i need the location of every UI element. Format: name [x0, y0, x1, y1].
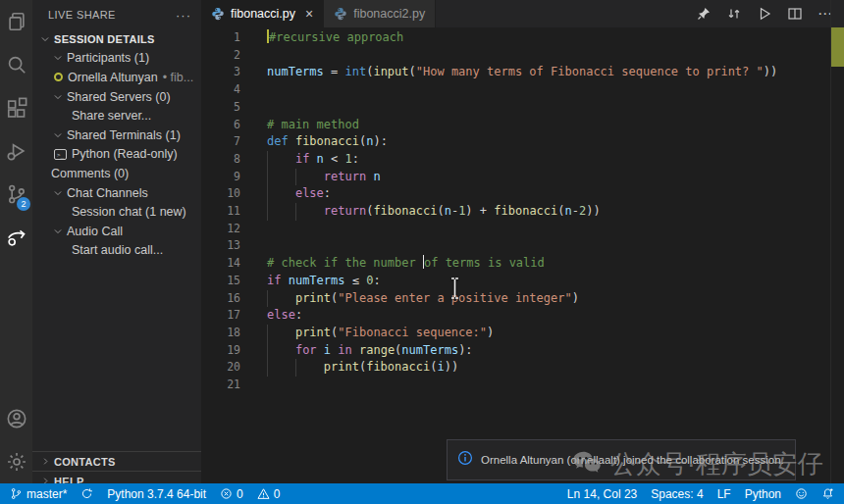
- tree-item-comments-0[interactable]: Comments (0): [32, 164, 201, 183]
- tab-fibonacci.py[interactable]: fibonacci.py×: [201, 0, 324, 27]
- notification-toast[interactable]: Ornella Altunyan (ornellaalt) joined the…: [447, 439, 796, 480]
- session-details-tree: SESSION DETAILSParticipants (1)Ornella A…: [32, 29, 201, 260]
- activity-bar-item-search[interactable]: [0, 43, 32, 86]
- code-line[interactable]: 21: [201, 377, 844, 394]
- code-line[interactable]: 7def fibonacci(n):: [201, 133, 844, 151]
- line-number[interactable]: 2: [201, 47, 240, 65]
- tree-item-share-server[interactable]: Share server...: [32, 106, 201, 126]
- sidebar-section-help[interactable]: HELP: [32, 471, 201, 483]
- line-number[interactable]: 20: [201, 359, 240, 377]
- status-indentation[interactable]: Spaces: 4: [651, 487, 703, 501]
- gear-icon: [6, 451, 27, 473]
- code-line[interactable]: 6# main method: [201, 117, 844, 134]
- status-errors[interactable]: 0: [220, 487, 243, 501]
- line-number[interactable]: 8: [201, 151, 240, 169]
- chevron-down-icon: [38, 32, 52, 46]
- code-editor[interactable]: 1#recursive approach23numTerms = int(inp…: [201, 27, 844, 483]
- line-number[interactable]: 3: [201, 64, 240, 81]
- activity-bar-item-run-and-debug[interactable]: [0, 129, 32, 173]
- search-icon: [6, 54, 27, 76]
- line-number[interactable]: 10: [201, 185, 240, 203]
- close-icon[interactable]: ×: [305, 6, 313, 22]
- code-line[interactable]: 10 else:: [201, 185, 844, 203]
- sidebar-section-contacts[interactable]: CONTACTS: [32, 451, 201, 471]
- tree-item-python-read-only[interactable]: >_Python (Read-only): [32, 145, 201, 165]
- code-line[interactable]: 15if numTerms ≤ 0:: [201, 273, 844, 290]
- status-feedback[interactable]: [795, 487, 808, 500]
- status-python-interpreter[interactable]: Python 3.7.4 64-bit: [107, 487, 206, 501]
- status-language-mode[interactable]: Python: [745, 487, 781, 501]
- tree-item-start-audio-call[interactable]: Start audio call...: [32, 241, 201, 261]
- tree-item-shared-terminals-1[interactable]: Shared Terminals (1): [32, 126, 201, 145]
- changes-icon: [726, 6, 742, 22]
- line-number[interactable]: 16: [201, 290, 240, 308]
- status-git-branch[interactable]: master*: [10, 487, 67, 501]
- sidebar-more-actions-icon[interactable]: ···: [176, 8, 191, 23]
- pin-button[interactable]: [695, 5, 712, 23]
- run-python-file-button[interactable]: [756, 5, 773, 23]
- status-sync[interactable]: [80, 487, 93, 500]
- code-line[interactable]: 1#recursive approach: [201, 29, 844, 47]
- activity-bar-item-source-control[interactable]: 2: [0, 173, 32, 216]
- scm-badge: 2: [17, 197, 30, 211]
- code-line[interactable]: 2: [201, 47, 844, 65]
- activity-bar-item-accounts[interactable]: [0, 397, 32, 440]
- chevron-right-icon: [38, 475, 52, 484]
- code-line[interactable]: 19 for i in range(numTerms):: [201, 342, 844, 360]
- tree-item-ornella-altunyan[interactable]: Ornella Altunyan• fib...: [32, 68, 201, 87]
- status-cursor-position[interactable]: Ln 14, Col 23: [567, 487, 637, 501]
- sync-icon: [80, 487, 93, 500]
- line-number[interactable]: 17: [201, 307, 240, 325]
- line-number[interactable]: 12: [201, 221, 240, 238]
- tree-item-shared-servers-0[interactable]: Shared Servers (0): [32, 87, 201, 107]
- line-number[interactable]: 9: [201, 169, 240, 186]
- tree-item-session-details[interactable]: SESSION DETAILS: [32, 29, 201, 49]
- tab-fibonacci2.py[interactable]: fibonacci2.py: [324, 0, 436, 27]
- code-line[interactable]: 5: [201, 99, 844, 117]
- line-number[interactable]: 21: [201, 377, 240, 394]
- code-line[interactable]: 11 return(fibonacci(n-1) + fibonacci(n-2…: [201, 203, 844, 221]
- line-number[interactable]: 14: [201, 255, 240, 273]
- line-number[interactable]: 5: [201, 99, 240, 117]
- line-number[interactable]: 15: [201, 273, 240, 290]
- code-line[interactable]: 18 print("Fibonacci sequence:"): [201, 325, 844, 342]
- line-number[interactable]: 6: [201, 117, 240, 134]
- code-line[interactable]: 8 if n < 1:: [201, 151, 844, 169]
- code-line[interactable]: 14# check if the number of terms is vali…: [201, 255, 844, 273]
- code-line[interactable]: 20 print(fibonacci(i)): [201, 359, 844, 377]
- line-number[interactable]: 4: [201, 81, 240, 99]
- line-number[interactable]: 19: [201, 342, 240, 360]
- line-number[interactable]: 7: [201, 133, 240, 151]
- line-number[interactable]: 1: [201, 29, 240, 47]
- tree-item-participants-1[interactable]: Participants (1): [32, 49, 201, 69]
- chevron-down-icon: [51, 51, 65, 65]
- activity-bar-item-explorer[interactable]: [0, 0, 32, 43]
- code-line[interactable]: 17else:: [201, 307, 844, 325]
- activity-bar-item-live-share[interactable]: [0, 216, 32, 259]
- tree-item-audio-call[interactable]: Audio Call: [32, 222, 201, 241]
- line-number[interactable]: 18: [201, 325, 240, 342]
- participant-overview-marker: [831, 27, 844, 67]
- status-eol[interactable]: LF: [717, 487, 731, 501]
- more-actions-button[interactable]: ⋯: [817, 5, 834, 23]
- tree-item-chat-channels[interactable]: Chat Channels: [32, 183, 201, 203]
- status-warnings[interactable]: 0: [257, 487, 281, 501]
- code-line[interactable]: 9 return n: [201, 169, 844, 186]
- line-number[interactable]: 13: [201, 237, 240, 255]
- tree-item-session-chat-1-new[interactable]: Session chat (1 new): [32, 202, 201, 222]
- open-changes-button[interactable]: [725, 5, 743, 23]
- live-share-sidebar: LIVE SHARE ··· SESSION DETAILSParticipan…: [32, 0, 201, 483]
- activity-bar-item-settings[interactable]: [0, 440, 32, 483]
- status-notifications[interactable]: [821, 487, 834, 500]
- code-line[interactable]: 12: [201, 221, 844, 238]
- run-icon: [757, 6, 772, 22]
- code-line[interactable]: 4: [201, 81, 844, 99]
- code-line[interactable]: 13: [201, 237, 844, 255]
- error-icon: [220, 487, 233, 500]
- files-icon: [6, 11, 27, 32]
- code-line[interactable]: 3numTerms = int(input("How many terms of…: [201, 64, 844, 81]
- activity-bar-item-extensions[interactable]: [0, 86, 32, 129]
- split-editor-button[interactable]: [786, 5, 804, 23]
- line-number[interactable]: 11: [201, 203, 240, 221]
- code-line[interactable]: 16 print("Please enter a positive intege…: [201, 290, 844, 308]
